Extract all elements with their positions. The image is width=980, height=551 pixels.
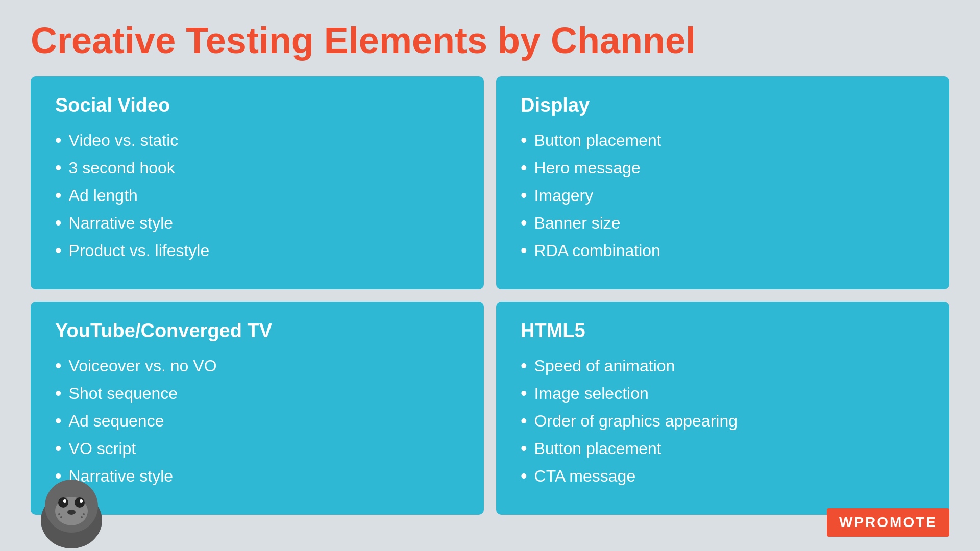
card-list-display: Button placementHero messageImageryBanne… [521,127,925,264]
logo-area: WPROMOTE [827,508,949,537]
svg-point-11 [81,516,83,518]
cards-grid: Social VideoVideo vs. static3 second hoo… [0,76,980,545]
svg-point-8 [58,513,60,515]
card-list-youtube-converged-tv: Voiceover vs. no VOShot sequenceAd seque… [55,352,459,490]
list-item: Order of graphics appearing [521,407,925,435]
list-item: Product vs. lifestyle [55,237,459,264]
card-title-display: Display [521,94,925,116]
svg-point-5 [63,499,66,503]
list-item: Ad sequence [55,407,459,435]
list-item: Hero message [521,154,925,182]
logo-text: WPROMOTE [839,514,937,530]
list-item: Image selection [521,380,925,407]
svg-point-4 [75,497,85,508]
list-item: Button placement [521,435,925,462]
svg-point-3 [58,497,68,508]
card-list-html5: Speed of animationImage selectionOrder o… [521,352,925,490]
card-title-social-video: Social Video [55,94,459,116]
list-item: CTA message [521,462,925,490]
list-item: Narrative style [55,209,459,237]
svg-point-7 [67,510,76,515]
list-item: Button placement [521,127,925,154]
svg-point-9 [60,516,62,518]
card-display: DisplayButton placementHero messageImage… [496,76,949,289]
card-list-social-video: Video vs. static3 second hookAd lengthNa… [55,127,459,264]
list-item: Ad length [55,182,459,209]
card-title-youtube-converged-tv: YouTube/Converged TV [55,320,459,342]
card-title-html5: HTML5 [521,320,925,342]
list-item: Speed of animation [521,352,925,380]
list-item: Imagery [521,182,925,209]
list-item: Voiceover vs. no VO [55,352,459,380]
list-item: VO script [55,435,459,462]
list-item: Shot sequence [55,380,459,407]
svg-point-6 [80,499,83,503]
list-item: RDA combination [521,237,925,264]
svg-point-10 [83,513,85,515]
list-item: Narrative style [55,462,459,490]
page-title: Creative Testing Elements by Channel [0,0,980,76]
list-item: Video vs. static [55,127,459,154]
list-item: 3 second hook [55,154,459,182]
mascot [31,469,112,551]
list-item: Banner size [521,209,925,237]
card-social-video: Social VideoVideo vs. static3 second hoo… [31,76,484,289]
card-html5: HTML5Speed of animationImage selectionOr… [496,302,949,515]
